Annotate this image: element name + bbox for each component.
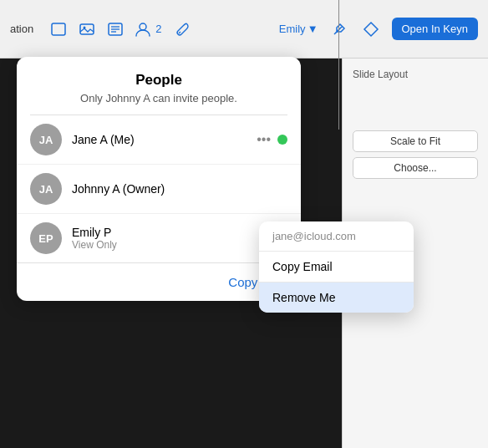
action-icons bbox=[325, 15, 385, 43]
scale-to-fit-button[interactable]: Scale to Fit bbox=[353, 130, 478, 152]
person-info-emily: Emily P View Only bbox=[72, 226, 277, 251]
open-in-keynote-button[interactable]: Open In Keyn bbox=[392, 18, 479, 40]
people-button[interactable]: 2 bbox=[134, 20, 161, 38]
svg-rect-0 bbox=[52, 23, 65, 35]
center-line bbox=[338, 0, 339, 130]
chevron-down-icon: ▼ bbox=[308, 23, 318, 35]
image-icon[interactable] bbox=[74, 16, 100, 43]
people-panel: People Only Johnny A can invite people. … bbox=[17, 57, 301, 301]
svg-line-8 bbox=[179, 32, 180, 33]
person-name-emily: Emily P bbox=[72, 226, 277, 239]
slide-icon[interactable] bbox=[45, 16, 72, 43]
avatar-johnny: JA bbox=[30, 173, 62, 205]
toolbar-right: Emily ▼ Open In Keyn bbox=[279, 15, 478, 43]
people-subtitle: Only Johnny A can invite people. bbox=[33, 92, 284, 104]
people-header: People Only Johnny A can invite people. bbox=[17, 57, 301, 115]
toolbar-left: ation 2 bbox=[10, 16, 196, 43]
slide-layout-label: Slide Layout bbox=[353, 69, 478, 80]
person-row-emily: EP Emily P View Only bbox=[17, 213, 301, 262]
person-name-johnny: Johnny A (Owner) bbox=[72, 182, 287, 196]
emily-label: Emily bbox=[279, 23, 306, 35]
person-info-johnny: Johnny A (Owner) bbox=[72, 182, 287, 196]
status-jane bbox=[277, 135, 287, 145]
person-info-jane: Jane A (Me) bbox=[72, 133, 257, 146]
emily-button[interactable]: Emily ▼ bbox=[279, 23, 318, 35]
svg-point-7 bbox=[140, 23, 146, 30]
wrench-icon[interactable] bbox=[170, 16, 196, 43]
context-email: jane@icloud.com bbox=[259, 221, 414, 252]
person-name-jane: Jane A (Me) bbox=[72, 133, 257, 146]
avatar-jane: JA bbox=[30, 124, 62, 155]
context-menu: jane@icloud.com Copy Email Remove Me bbox=[259, 221, 414, 313]
choose-button[interactable]: Choose... bbox=[353, 157, 478, 179]
avatar-emily: EP bbox=[30, 222, 62, 254]
toolbar: ation 2 bbox=[0, 0, 488, 59]
diamond-icon[interactable] bbox=[357, 15, 385, 43]
svg-rect-1 bbox=[80, 24, 94, 34]
person-role-emily: View Only bbox=[72, 239, 277, 251]
text-icon[interactable] bbox=[102, 16, 129, 43]
more-dots-jane[interactable]: ••• bbox=[257, 132, 271, 147]
context-item-copy-email[interactable]: Copy Email bbox=[259, 252, 414, 282]
svg-line-9 bbox=[334, 32, 337, 34]
people-footer: Copy Link bbox=[17, 262, 301, 301]
doc-title: ation bbox=[10, 23, 33, 35]
people-count: 2 bbox=[155, 23, 161, 35]
right-panel-controls: Scale to Fit Choose... bbox=[353, 130, 478, 179]
person-row-johnny: JA Johnny A (Owner) bbox=[17, 164, 301, 213]
people-title: People bbox=[33, 72, 284, 89]
context-item-remove-me[interactable]: Remove Me bbox=[259, 283, 414, 313]
person-row-jane: JA Jane A (Me) ••• bbox=[17, 115, 301, 164]
